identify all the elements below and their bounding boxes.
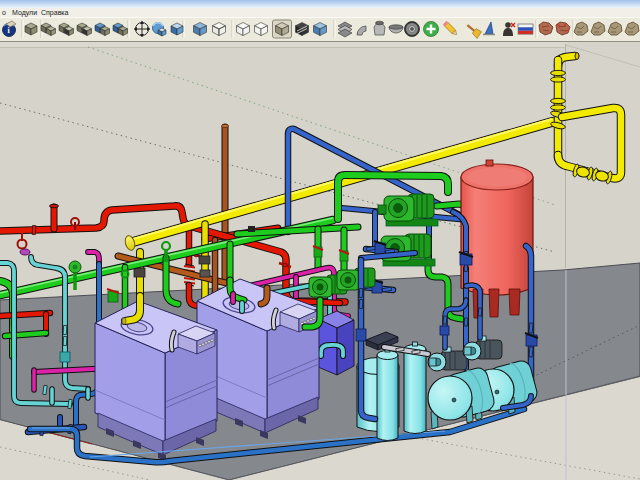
svg-text:Модули: Модули: [12, 9, 37, 17]
svg-text:Справка: Справка: [41, 9, 69, 17]
svg-text:о: о: [2, 9, 6, 16]
